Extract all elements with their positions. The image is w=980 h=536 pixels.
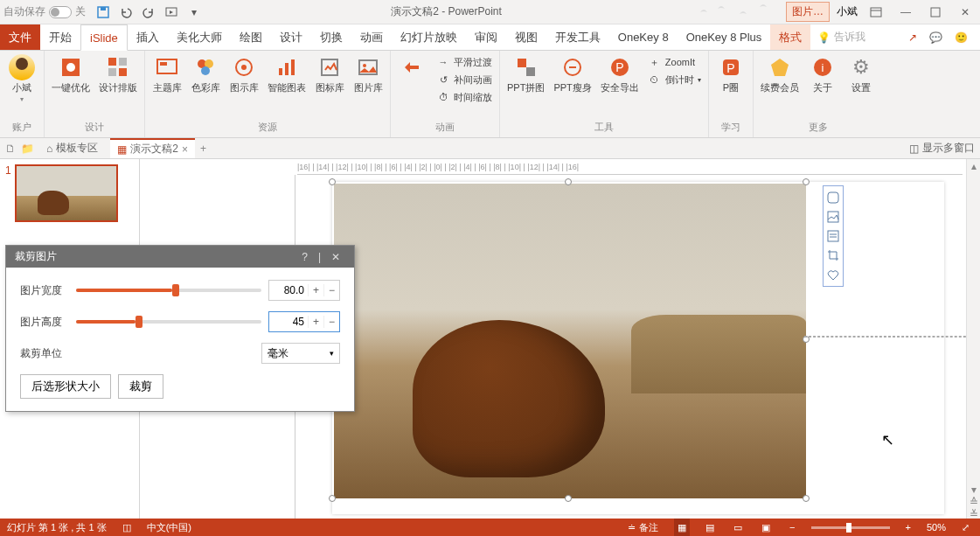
add-tab-icon[interactable]: +	[200, 143, 206, 155]
tab-islide[interactable]: iSlide	[80, 24, 128, 51]
prev-slide-icon[interactable]: ≙	[967, 496, 980, 508]
document-tab[interactable]: ▦演示文稿2×	[110, 138, 195, 158]
resize-handle[interactable]	[803, 178, 810, 185]
slide[interactable]	[332, 182, 944, 514]
after-shape-size-button[interactable]: 后选形状大小	[20, 374, 111, 399]
toggle-switch-icon[interactable]	[49, 6, 72, 18]
resize-handle[interactable]	[565, 495, 572, 502]
scroll-up-icon[interactable]: ▴	[967, 159, 980, 173]
smooth-transition-button[interactable]: →平滑过渡	[434, 54, 494, 70]
diagram-lib-button[interactable]: 图示库	[227, 52, 261, 95]
user-name[interactable]: 小斌	[837, 4, 858, 19]
more-qat-icon[interactable]: ▾	[187, 5, 201, 19]
save-icon[interactable]	[96, 5, 110, 19]
text-icon[interactable]	[825, 228, 841, 244]
resize-handle[interactable]	[329, 495, 336, 502]
tab-onekey8[interactable]: OneKey 8	[609, 24, 678, 50]
slide-sorter-view-icon[interactable]: ▤	[702, 519, 718, 536]
notes-button[interactable]: ≐备注	[624, 519, 662, 536]
inserted-picture[interactable]	[334, 184, 806, 498]
accessibility-icon[interactable]: ◫	[119, 519, 135, 536]
zoom-value[interactable]: 50%	[927, 522, 946, 533]
tab-design[interactable]: 设计	[271, 24, 311, 50]
help-icon[interactable]: ?	[296, 251, 313, 263]
zoomit-button[interactable]: ＋ZoomIt	[646, 54, 703, 70]
pic-lib-button[interactable]: 图片库	[351, 52, 385, 95]
templates-tab[interactable]: ⌂模板专区	[39, 139, 105, 157]
decrement-icon[interactable]: −	[323, 316, 339, 328]
scroll-track[interactable]	[967, 173, 980, 484]
autosave-toggle[interactable]: 自动保存 关	[3, 4, 86, 19]
color-lib-button[interactable]: 色彩库	[189, 52, 222, 95]
tab-animation[interactable]: 动画	[351, 24, 392, 50]
increment-icon[interactable]: +	[308, 284, 323, 296]
tab-home[interactable]: 开始	[40, 24, 80, 50]
countdown-button[interactable]: ⏲倒计时▾	[646, 72, 703, 87]
tab-insert[interactable]: 插入	[128, 24, 168, 50]
crop-icon[interactable]	[825, 247, 841, 263]
tab-slideshow[interactable]: 幻灯片放映	[392, 24, 466, 50]
tab-review[interactable]: 审阅	[466, 24, 506, 50]
zoom-in-icon[interactable]: +	[902, 519, 914, 536]
safe-export-button[interactable]: P安全导出	[599, 52, 641, 95]
undo-icon[interactable]	[119, 5, 133, 19]
slide-counter[interactable]: 幻灯片 第 1 张 , 共 1 张	[7, 521, 107, 534]
tell-me-search[interactable]: 💡 告诉我	[817, 24, 865, 50]
tab-file[interactable]: 文件	[0, 24, 40, 50]
fit-to-window-icon[interactable]: ⤢	[958, 519, 973, 536]
time-scale-button[interactable]: ⏱时间缩放	[434, 89, 494, 105]
resize-handle[interactable]	[329, 178, 336, 185]
crop-button[interactable]: 裁剪	[118, 374, 163, 399]
language-indicator[interactable]: 中文(中国)	[147, 521, 191, 534]
share-icon[interactable]: ↗	[908, 31, 917, 44]
crop-panel-titlebar[interactable]: 裁剪图片 ? | ✕	[6, 246, 354, 268]
tab-draw[interactable]: 绘图	[231, 24, 271, 50]
width-input[interactable]	[269, 284, 308, 296]
slide-thumbnail[interactable]	[15, 164, 118, 222]
redo-icon[interactable]	[142, 5, 156, 19]
close-icon[interactable]: ✕	[954, 4, 977, 20]
width-spinner[interactable]: + −	[268, 280, 340, 301]
multi-window-button[interactable]: ◫显示多窗口	[909, 141, 975, 156]
optimize-button[interactable]: 一键优化	[50, 52, 92, 95]
layout-button[interactable]: 设计排版	[97, 52, 139, 95]
resize-handle[interactable]	[803, 495, 810, 502]
tween-anim-button[interactable]: ↺补间动画	[434, 72, 494, 87]
scroll-down-icon[interactable]: ▾	[967, 484, 980, 496]
tab-onekey8plus[interactable]: OneKey 8 Plus	[678, 24, 771, 50]
slideshow-view-icon[interactable]: ▣	[758, 519, 774, 536]
icon-lib-button[interactable]: 图标库	[313, 52, 346, 95]
account-button[interactable]: 小斌 ▾	[5, 52, 38, 105]
close-tab-icon[interactable]: ×	[182, 143, 188, 156]
anim-big-button[interactable]	[396, 52, 429, 82]
minimize-icon[interactable]: —	[894, 4, 917, 20]
ppt-slim-button[interactable]: PPT瘦身	[552, 52, 593, 95]
normal-view-icon[interactable]: ▦	[674, 519, 690, 536]
picture-icon[interactable]	[825, 209, 841, 225]
shape-fill-icon[interactable]	[825, 190, 841, 205]
start-from-beginning-icon[interactable]	[164, 5, 178, 19]
about-button[interactable]: i关于	[806, 52, 839, 95]
new-file-icon[interactable]: 🗋	[5, 143, 16, 155]
height-spinner[interactable]: + −	[268, 311, 340, 332]
settings-button[interactable]: ⚙设置	[844, 52, 878, 95]
zoom-out-icon[interactable]: −	[786, 519, 798, 536]
theme-lib-button[interactable]: 主题库	[150, 52, 184, 95]
tab-meihua[interactable]: 美化大师	[168, 24, 231, 50]
thumbnail-row[interactable]: 1	[5, 164, 134, 222]
reading-view-icon[interactable]: ▭	[730, 519, 746, 536]
height-slider[interactable]	[76, 320, 261, 324]
tab-transition[interactable]: 切换	[311, 24, 351, 50]
emoji-icon[interactable]: 🙂	[955, 31, 968, 44]
unit-select[interactable]: 毫米 ▾	[261, 343, 340, 364]
renew-button[interactable]: 续费会员	[759, 52, 801, 95]
pquan-button[interactable]: PP圈	[714, 52, 747, 95]
ppt-puzzle-button[interactable]: PPT拼图	[505, 52, 546, 95]
resize-handle[interactable]	[565, 178, 572, 185]
open-folder-icon[interactable]: 📁	[21, 143, 34, 155]
picture-tools-tab[interactable]: 图片…	[786, 2, 830, 22]
width-slider[interactable]	[76, 289, 261, 292]
vertical-scrollbar[interactable]: ▴ ▾ ≙ ≚	[966, 159, 980, 519]
height-input[interactable]	[269, 316, 308, 328]
maximize-icon[interactable]	[924, 4, 947, 20]
